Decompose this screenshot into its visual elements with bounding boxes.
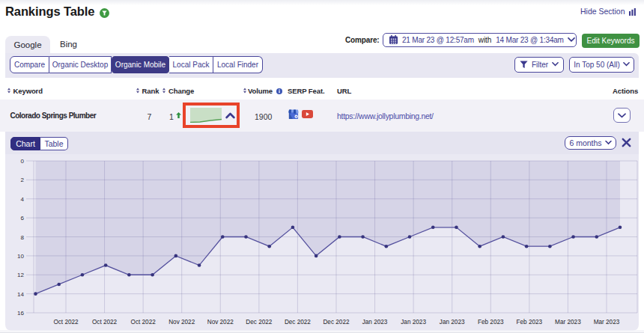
svg-text:12: 12: [17, 272, 24, 278]
svg-text:Oct 2022: Oct 2022: [53, 319, 79, 326]
svg-text:Jan 2023: Jan 2023: [362, 319, 388, 326]
svg-text:6: 6: [21, 215, 25, 222]
svg-text:Oct 2022: Oct 2022: [92, 319, 118, 326]
svg-text:Mar 2023: Mar 2023: [555, 319, 581, 326]
svg-text:0: 0: [21, 158, 25, 165]
svg-text:10: 10: [17, 253, 24, 260]
svg-text:Dec 2022: Dec 2022: [285, 319, 311, 326]
svg-text:16: 16: [17, 310, 24, 317]
svg-text:Jan 2023: Jan 2023: [401, 319, 426, 326]
svg-text:Feb 2023: Feb 2023: [478, 319, 504, 326]
svg-text:Oct 2022: Oct 2022: [131, 319, 157, 326]
svg-text:4: 4: [21, 196, 25, 203]
svg-text:Feb 2023: Feb 2023: [517, 319, 543, 326]
svg-text:Dec 2022: Dec 2022: [246, 319, 272, 326]
svg-text:Nov 2022: Nov 2022: [207, 319, 234, 326]
svg-text:2: 2: [21, 177, 25, 183]
svg-text:Mar 2023: Mar 2023: [594, 319, 620, 326]
svg-text:Dec 2022: Dec 2022: [323, 319, 349, 326]
svg-text:Nov 2022: Nov 2022: [168, 319, 195, 326]
svg-text:Jan 2023: Jan 2023: [440, 319, 465, 326]
svg-text:14: 14: [17, 291, 24, 298]
svg-text:8: 8: [21, 234, 25, 241]
